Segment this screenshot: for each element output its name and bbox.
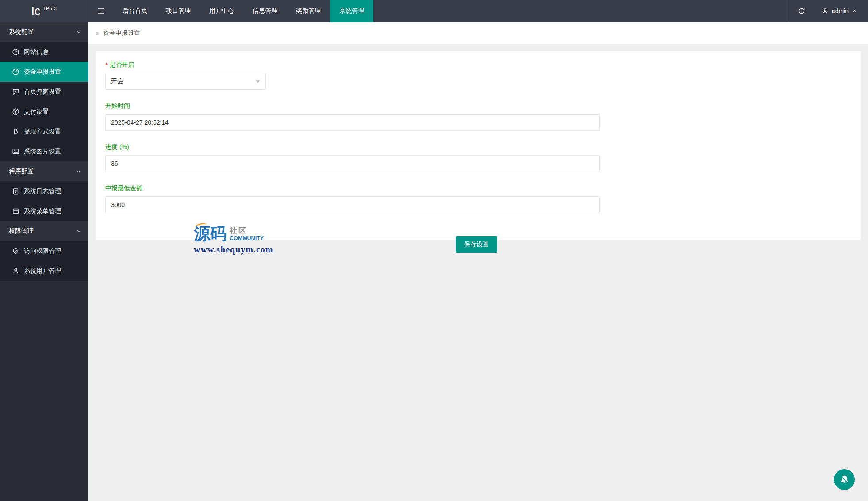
sidebar-item-access-permission[interactable]: 访问权限管理 — [0, 241, 88, 261]
nav-item-system[interactable]: 系统管理 — [330, 0, 373, 22]
breadcrumb-separator-icon: » — [96, 29, 100, 37]
nav-item-label: 奖励管理 — [296, 7, 321, 15]
sidebar-section-label: 系统配置 — [9, 28, 34, 36]
content-area: * 是否开启 开启 开始时间 进度 (%) — [88, 44, 868, 247]
breadcrumb: » 资金申报设置 — [88, 22, 868, 44]
bell-off-icon — [838, 474, 851, 486]
field-label-text: 进度 (%) — [105, 143, 129, 151]
watermark-badge: 社区 COMMUNITY — [230, 227, 264, 242]
sidebar-item-label: 系统图片设置 — [24, 148, 61, 156]
settings-form-card: * 是否开启 开启 开始时间 进度 (%) — [95, 51, 861, 241]
gauge-icon — [12, 68, 19, 76]
chevron-down-icon — [76, 229, 81, 234]
username: admin — [832, 8, 849, 15]
form-group-start-time: 开始时间 — [105, 102, 848, 131]
sidebar-item-fund-declare-settings[interactable]: 资金申报设置 — [0, 62, 88, 82]
nav-item-dashboard[interactable]: 后台首页 — [113, 0, 157, 22]
enable-select[interactable]: 开启 — [105, 73, 266, 90]
refresh-icon — [798, 7, 806, 15]
sidebar-section-program-config[interactable]: 程序配置 — [0, 161, 88, 181]
sidebar-toggle-button[interactable] — [88, 0, 113, 22]
user-icon — [822, 8, 829, 15]
sidebar-item-label: 系统日志管理 — [24, 187, 61, 195]
form-group-enable: * 是否开启 开启 — [105, 61, 848, 90]
nav-item-label: 信息管理 — [253, 7, 277, 15]
field-label-text: 申报最低金额 — [105, 184, 142, 192]
breadcrumb-current: 资金申报设置 — [103, 29, 140, 37]
sidebar-item-system-menu[interactable]: 系统菜单管理 — [0, 201, 88, 221]
form-footer-row: 源码 社区 COMMUNITY www.shequym.com 保存设置 — [105, 226, 848, 265]
field-label-start-time: 开始时间 — [105, 102, 848, 110]
sidebar-item-payment-settings[interactable]: 支付设置 — [0, 102, 88, 122]
sidebar: 系统配置 网站信息 资金申报设置 首页弹窗设置 支付设置 提现方式设置 系统图片… — [0, 22, 88, 501]
sidebar-item-home-popup-settings[interactable]: 首页弹窗设置 — [0, 82, 88, 102]
sidebar-item-label: 系统用户管理 — [24, 267, 61, 275]
sidebar-item-label: 支付设置 — [24, 108, 49, 116]
sidebar-section-label: 程序配置 — [9, 168, 34, 176]
user-menu[interactable]: admin — [814, 0, 868, 22]
required-asterisk: * — [105, 61, 108, 69]
watermark-url: www.shequym.com — [194, 245, 273, 255]
field-label-min-amount: 申报最低金额 — [105, 184, 848, 192]
sidebar-item-label: 提现方式设置 — [24, 128, 61, 136]
user-icon — [12, 267, 19, 275]
sidebar-item-label: 资金申报设置 — [24, 68, 61, 76]
field-label-progress: 进度 (%) — [105, 143, 848, 151]
chevron-down-icon — [76, 169, 81, 174]
nav-item-reward[interactable]: 奖励管理 — [287, 0, 330, 22]
sidebar-section-permission[interactable]: 权限管理 — [0, 221, 88, 241]
header-right-controls: admin — [789, 0, 868, 22]
sidebar-item-website-info[interactable]: 网站信息 — [0, 42, 88, 62]
sidebar-item-label: 访问权限管理 — [24, 247, 61, 255]
logo-version: TP5.3 — [43, 6, 57, 11]
chat-bubble-icon — [12, 88, 19, 96]
logo-text: Ic — [31, 4, 41, 18]
nav-item-project[interactable]: 项目管理 — [157, 0, 200, 22]
nav-item-label: 系统管理 — [339, 7, 364, 15]
nav-item-label: 后台首页 — [123, 7, 147, 15]
log-icon — [12, 187, 19, 195]
sidebar-section-label: 权限管理 — [9, 227, 34, 235]
image-icon — [12, 148, 19, 155]
nav-item-info[interactable]: 信息管理 — [243, 0, 287, 22]
notification-off-fab[interactable] — [834, 469, 855, 490]
nav-item-label: 项目管理 — [166, 7, 191, 15]
select-caret-icon — [256, 80, 260, 85]
sidebar-item-label: 首页弹窗设置 — [24, 88, 61, 96]
watermark-cn-small: 社区 — [230, 227, 264, 235]
save-settings-button[interactable]: 保存设置 — [456, 236, 497, 253]
sidebar-item-system-user[interactable]: 系统用户管理 — [0, 261, 88, 281]
field-label-enable: * 是否开启 — [105, 61, 848, 69]
nav-item-user-center[interactable]: 用户中心 — [200, 0, 243, 22]
sidebar-item-label: 系统菜单管理 — [24, 207, 61, 215]
chevron-up-icon — [852, 8, 857, 14]
top-header: Ic TP5.3 后台首页 项目管理 用户中心 信息管理 奖励管理 系统管理 a… — [0, 0, 868, 22]
refresh-button[interactable] — [789, 0, 814, 22]
watermark-top: 源码 社区 COMMUNITY — [194, 226, 273, 242]
shield-check-icon — [12, 247, 19, 255]
progress-input[interactable] — [105, 155, 600, 172]
yen-circle-icon — [12, 108, 19, 115]
start-time-input[interactable] — [105, 114, 600, 131]
sidebar-item-system-image-settings[interactable]: 系统图片设置 — [0, 142, 88, 161]
app-logo[interactable]: Ic TP5.3 — [0, 0, 88, 22]
field-label-text: 是否开启 — [109, 61, 134, 69]
sidebar-item-withdraw-method-settings[interactable]: 提现方式设置 — [0, 122, 88, 142]
form-group-min-amount: 申报最低金额 — [105, 184, 848, 213]
watermark-en: COMMUNITY — [230, 235, 264, 242]
field-label-text: 开始时间 — [105, 102, 130, 110]
main-area: » 资金申报设置 * 是否开启 开启 开始时间 — [88, 22, 868, 501]
top-nav: 后台首页 项目管理 用户中心 信息管理 奖励管理 系统管理 — [113, 0, 373, 22]
sidebar-item-system-log[interactable]: 系统日志管理 — [0, 181, 88, 201]
min-amount-input[interactable] — [105, 196, 600, 213]
menu-window-icon — [12, 207, 19, 215]
enable-select-value: 开启 — [111, 77, 123, 85]
hamburger-icon — [96, 7, 105, 15]
bitcoin-icon — [12, 128, 19, 135]
sidebar-item-label: 网站信息 — [24, 48, 49, 56]
gauge-icon — [12, 48, 19, 56]
chevron-down-icon — [76, 30, 81, 35]
form-group-progress: 进度 (%) — [105, 143, 848, 172]
sidebar-section-system-config[interactable]: 系统配置 — [0, 22, 88, 42]
nav-item-label: 用户中心 — [209, 7, 234, 15]
